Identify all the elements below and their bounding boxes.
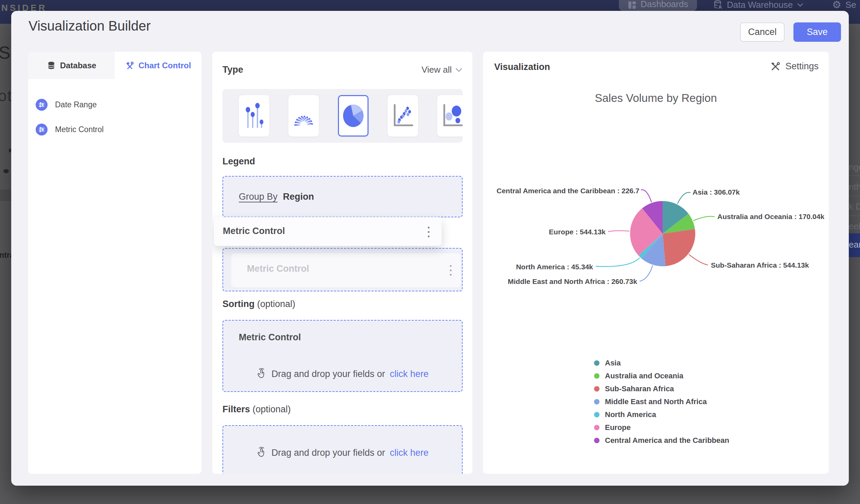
sidebar-item-label: Date Range: [55, 100, 97, 109]
legend-heading: Legend: [223, 156, 463, 167]
visualization-panel: Visualization Settings Sales Volume by R…: [483, 52, 829, 474]
chart-type-arc-dots[interactable]: [288, 95, 319, 136]
database-icon: [47, 61, 56, 70]
tools-icon: [125, 61, 134, 70]
nav-dashboards[interactable]: Dashboards: [619, 0, 697, 11]
chevron-down-icon: [797, 2, 804, 7]
legend-label: Middle East and North Africa: [605, 397, 707, 406]
click-here-link[interactable]: click here: [390, 369, 429, 379]
legend-label: Australia and Oceania: [605, 372, 683, 380]
modal-title: Visualization Builder: [29, 18, 150, 34]
controls-sidebar: Database Chart Control Date Range Metric…: [28, 52, 201, 474]
callout-line: [678, 192, 690, 204]
sidebar-tabs: Database Chart Control: [28, 52, 201, 79]
visualization-settings-button[interactable]: Settings: [770, 61, 819, 72]
divider: [849, 196, 860, 196]
data-warehouse-icon: [713, 0, 723, 10]
group-by-value: Region: [283, 191, 314, 202]
chart-legend: AsiaAustralia and OceaniaSub-Saharan Afr…: [594, 357, 729, 447]
legend-dot-icon: [594, 412, 600, 417]
legend-groupby-dropzone[interactable]: Group By Region: [223, 176, 463, 217]
kebab-menu-icon[interactable]: [449, 264, 452, 276]
value-chip-dragging[interactable]: Metric Control: [214, 217, 442, 246]
menu-item-fragment: ear: [849, 240, 860, 250]
chip-label: Metric Control: [223, 226, 285, 236]
callout-line: [689, 255, 707, 265]
filters-dropzone[interactable]: Drag and drop your fields or click here: [223, 425, 463, 474]
hand-click-icon: [256, 447, 267, 459]
legend-label: Europe: [605, 423, 631, 432]
menu-item-selected-fragment: ear: [849, 233, 860, 257]
callout-label: North America : 45.34k: [516, 263, 593, 271]
callout-line: [693, 216, 714, 220]
callout-label: Sub-Saharan Africa : 544.13k: [711, 261, 809, 269]
nav-settings[interactable]: ⚙ Se: [832, 0, 856, 12]
sorting-heading: Sorting (optional): [223, 299, 463, 309]
legend-item[interactable]: Central America and the Caribbean: [594, 434, 729, 447]
filters-heading-label: Filters: [223, 404, 250, 414]
save-button[interactable]: Save: [793, 23, 841, 42]
pie-slice[interactable]: [663, 229, 695, 266]
callout-line: [641, 190, 651, 202]
legend-dot-icon: [594, 360, 600, 366]
hand-click-icon: [256, 368, 267, 380]
sidebar-item-metric-control[interactable]: Metric Control: [36, 124, 104, 135]
callout-line: [596, 258, 640, 267]
legend-item[interactable]: North America: [594, 408, 729, 421]
menu-item-fragment: nge: [849, 162, 860, 173]
drop-hint: Drag and drop your fields or click here: [223, 368, 462, 380]
legend-label: Asia: [605, 359, 620, 368]
chart-type-bubble[interactable]: [437, 95, 463, 136]
visualization-heading: Visualization: [494, 62, 550, 72]
click-here-link[interactable]: click here: [390, 448, 429, 458]
menu-item-fragment: k D: [849, 201, 860, 212]
callout-label: Australia and Oceania : 170.04k: [717, 213, 824, 220]
chart-title: Sales Volume by Region: [483, 92, 829, 105]
nav-data-warehouse-label: Data Warehouse: [727, 0, 793, 10]
legend-item[interactable]: Europe: [594, 421, 729, 434]
group-by-link[interactable]: Group By: [239, 191, 277, 202]
divider: [849, 216, 860, 216]
value-chip-placeholder: Metric Control: [231, 253, 461, 287]
legend-label: Sub-Saharan Africa: [605, 385, 674, 393]
value-dropzone[interactable]: Metric Control: [223, 248, 463, 291]
callout-label: Europe : 544.13k: [549, 228, 606, 236]
legend-dot-icon: [594, 373, 600, 379]
visualization-settings-label: Settings: [785, 61, 819, 72]
legend-item[interactable]: Australia and Oceania: [594, 370, 729, 383]
type-header-row: Type View all: [223, 64, 463, 75]
divider: [849, 176, 860, 176]
chevron-down-icon: [455, 68, 463, 72]
background-band: [0, 189, 11, 201]
tab-database-label: Database: [60, 61, 97, 70]
nav-data-warehouse[interactable]: Data Warehouse: [713, 0, 804, 12]
background-shape: [9, 149, 11, 152]
drop-hint: Drag and drop your fields or click here: [223, 447, 462, 459]
nav-settings-label: Se: [845, 0, 856, 10]
legend-item[interactable]: Asia: [594, 357, 729, 370]
view-all-dropdown[interactable]: View all: [421, 64, 463, 75]
tab-database[interactable]: Database: [28, 52, 115, 79]
sorting-dropzone[interactable]: Metric Control Drag and drop your fields…: [223, 320, 463, 392]
drop-hint-text: Drag and drop your fields or: [271, 369, 385, 379]
chart-type-pie[interactable]: [338, 95, 369, 136]
pie-chart: Asia : 306.07kAustralia and Oceania : 17…: [483, 181, 829, 357]
tab-chart-control[interactable]: Chart Control: [115, 52, 201, 79]
filters-optional-text: (optional): [253, 404, 291, 414]
legend-dot-icon: [594, 399, 600, 404]
sidebar-item-date-range[interactable]: Date Range: [36, 99, 97, 111]
chart-type-scatter[interactable]: [388, 95, 418, 136]
cancel-button[interactable]: Cancel: [740, 23, 785, 42]
chip-label: Metric Control: [247, 263, 309, 274]
dashboards-grid-icon: [628, 1, 636, 10]
filters-heading: Filters (optional): [223, 404, 463, 415]
legend-item[interactable]: Sub-Saharan Africa: [594, 383, 729, 395]
tune-icon: [36, 99, 47, 111]
drop-hint-text: Drag and drop your fields or: [271, 448, 385, 458]
tab-chart-control-label: Chart Control: [139, 61, 191, 70]
callout-label: Asia : 306.07k: [692, 188, 740, 196]
legend-item[interactable]: Middle East and North Africa: [594, 395, 729, 408]
kebab-menu-icon[interactable]: [427, 226, 430, 238]
chart-type-lollipop[interactable]: [239, 95, 269, 136]
legend-dot-icon: [594, 386, 600, 392]
